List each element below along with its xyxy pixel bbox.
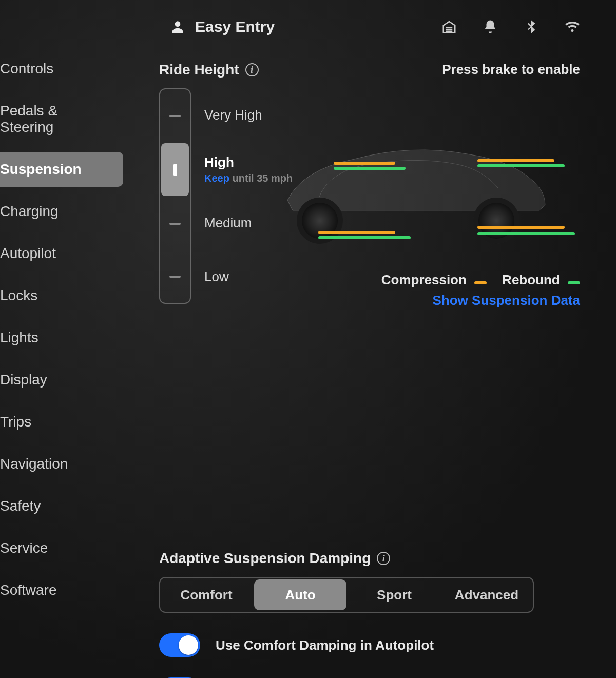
bar-compression-front-top <box>334 162 395 165</box>
damping-option-advanced[interactable]: Advanced <box>440 578 533 612</box>
damping-segmented-control[interactable]: Comfort Auto Sport Advanced <box>159 577 534 613</box>
adaptive-damping-section: Adaptive Suspension Damping i Comfort Au… <box>159 550 606 678</box>
sidebar-item-locks[interactable]: Locks <box>0 278 123 313</box>
sidebar-item-charging[interactable]: Charging <box>0 194 123 229</box>
svg-point-0 <box>175 21 181 27</box>
sidebar-item-service[interactable]: Service <box>0 531 123 566</box>
sidebar-item-software[interactable]: Software <box>0 573 123 608</box>
toggle-comfort-autopilot-label: Use Comfort Damping in Autopilot <box>216 637 434 653</box>
svg-rect-3 <box>446 31 453 32</box>
ride-height-slot-medium[interactable] <box>160 197 190 250</box>
legend-mark-rebound <box>568 281 580 284</box>
legend-mark-compression <box>474 281 487 284</box>
wifi-icon[interactable] <box>565 19 580 34</box>
bar-rebound-rear-bottom <box>477 232 575 235</box>
ride-height-slot-low[interactable] <box>160 250 190 303</box>
garage-icon[interactable] <box>441 19 457 34</box>
sidebar-item-trips[interactable]: Trips <box>0 404 123 439</box>
ride-height-slot-veryhigh[interactable] <box>160 89 190 142</box>
press-brake-hint: Press brake to enable <box>442 62 580 78</box>
svg-rect-1 <box>446 27 453 28</box>
ride-height-slot-high[interactable] <box>161 143 189 196</box>
sidebar-item-suspension[interactable]: Suspension <box>0 152 123 187</box>
sidebar-item-autopilot[interactable]: Autopilot <box>0 236 123 271</box>
info-icon[interactable]: i <box>245 63 259 76</box>
profile-icon[interactable] <box>169 18 186 35</box>
bar-rebound-front-bottom <box>318 236 411 239</box>
bar-rebound-rear-top <box>477 164 565 167</box>
bar-compression-rear-top <box>477 159 554 162</box>
toggle-comfort-autopilot-row: Use Comfort Damping in Autopilot <box>159 633 606 657</box>
legend-rebound: Rebound <box>502 272 580 288</box>
sidebar-item-navigation[interactable]: Navigation <box>0 447 123 481</box>
sidebar-item-display[interactable]: Display <box>0 362 123 397</box>
top-bar: Easy Entry <box>0 11 606 42</box>
profile-name[interactable]: Easy Entry <box>195 18 275 35</box>
main-panel: Ride Height i Press brake to enable Very… <box>159 62 606 678</box>
ride-height-slider[interactable] <box>159 88 191 304</box>
toggle-comfort-autopilot[interactable] <box>159 633 200 657</box>
vehicle-suspension-graphic <box>272 123 560 267</box>
sidebar-item-controls[interactable]: Controls <box>0 51 123 86</box>
bluetooth-icon[interactable] <box>524 19 539 34</box>
rear-wheel <box>473 198 519 244</box>
sidebar-item-pedals-steering[interactable]: Pedals & Steering <box>0 93 123 145</box>
adaptive-header: Adaptive Suspension Damping i <box>159 550 606 567</box>
info-icon[interactable]: i <box>377 552 390 565</box>
bar-compression-front-bottom <box>318 231 395 234</box>
ride-height-title: Ride Height <box>159 62 239 78</box>
damping-option-comfort[interactable]: Comfort <box>160 578 253 612</box>
show-suspension-data-link[interactable]: Show Suspension Data <box>433 293 581 308</box>
settings-sidebar: Controls Pedals & Steering Suspension Ch… <box>0 51 123 615</box>
damping-option-auto[interactable]: Auto <box>254 579 346 610</box>
suspension-legend: Compression Rebound <box>381 272 580 288</box>
legend-compression: Compression <box>381 272 487 288</box>
sidebar-item-safety[interactable]: Safety <box>0 489 123 524</box>
bar-compression-rear-bottom <box>477 226 565 229</box>
svg-rect-2 <box>446 29 453 30</box>
bell-icon[interactable] <box>483 19 498 34</box>
bar-rebound-front-top <box>334 167 406 170</box>
damping-option-sport[interactable]: Sport <box>348 578 440 612</box>
sidebar-item-lights[interactable]: Lights <box>0 320 123 355</box>
adaptive-title: Adaptive Suspension Damping <box>159 550 371 567</box>
